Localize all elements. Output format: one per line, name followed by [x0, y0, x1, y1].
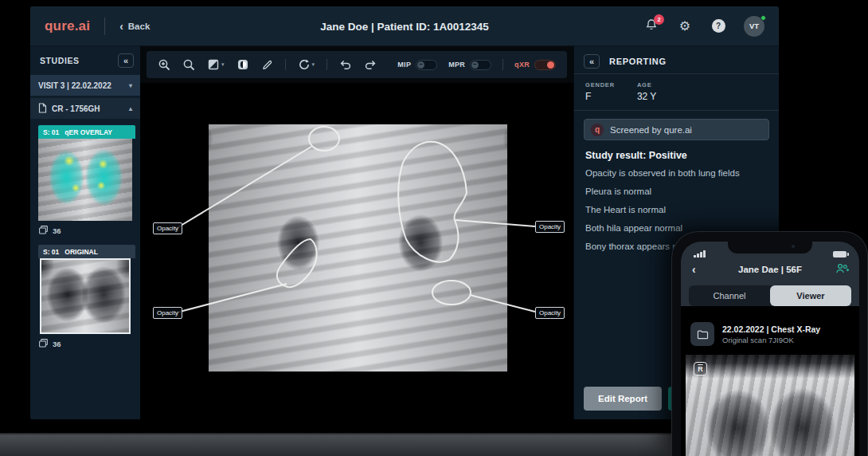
folder-icon	[690, 322, 714, 346]
chevron-left-icon: ‹	[119, 21, 123, 32]
qxr-toggle[interactable]	[534, 60, 556, 70]
main-area: STUDIES « VISIT 3 | 22.02.2022 ▾ CR - 17…	[30, 46, 779, 419]
viewer-toolbar: ▾ ▾	[147, 51, 567, 78]
stack-icon	[38, 225, 49, 237]
collapse-reporting-button[interactable]: «	[584, 54, 600, 69]
online-status-dot	[760, 15, 766, 21]
thumbnail-original[interactable]: S: 01 ORIGINAL 36	[38, 245, 135, 350]
screened-by-pill: q Screened by qure.ai	[584, 119, 769, 140]
search-icon	[182, 58, 195, 71]
windowing-button[interactable]: ▾	[207, 58, 225, 71]
battery-icon	[833, 251, 846, 257]
qer-overlay-image[interactable]	[38, 139, 132, 221]
series-label: CR - 1756GH	[52, 104, 100, 113]
series-row[interactable]: CR - 1756GH ▴	[30, 98, 140, 119]
study-result: Study result: Positive	[574, 140, 779, 161]
thumbnail-label: ORIGINAL	[65, 248, 98, 256]
settings-button[interactable]: ⚙	[677, 18, 693, 34]
laptop-screen: qure.ai ‹ Back Jane Doe | Patient ID: 1A…	[30, 6, 779, 419]
thumbnail-qer-overlay[interactable]: S: 01 qER OVERLAY 36	[38, 125, 135, 237]
notification-badge: 2	[654, 14, 664, 25]
gender-value: F	[585, 91, 615, 102]
phone-xray-image[interactable]: R	[686, 355, 854, 456]
toolbar-divider	[326, 59, 327, 70]
signal-strength-icon	[694, 250, 706, 257]
undo-icon	[339, 59, 352, 70]
opacity-annotation-label[interactable]: Opacity	[535, 221, 565, 233]
annotate-button[interactable]	[261, 59, 273, 71]
mpr-toggle[interactable]: −	[470, 60, 491, 70]
reporting-title: REPORTING	[609, 57, 667, 66]
chest-xray-image[interactable]	[209, 124, 507, 371]
series-tag: S: 01	[43, 128, 59, 136]
collapse-sidebar-button[interactable]: «	[118, 53, 134, 68]
camera-dot	[792, 245, 795, 248]
opacity-annotation-label[interactable]: Opacity	[153, 307, 182, 319]
patient-title: Jane Doe | Patient ID: 1A0012345	[320, 20, 489, 32]
chevron-down-icon: ▾	[129, 82, 132, 89]
phone-content: 22.02.2022 | Chest X-Ray Original scan 7…	[681, 314, 859, 456]
rotate-button[interactable]: ▾	[298, 58, 315, 71]
notifications-button[interactable]: 2	[643, 18, 659, 34]
undo-button[interactable]	[339, 59, 352, 70]
stack-icon	[38, 338, 49, 350]
edit-report-button[interactable]: Edit Report	[584, 387, 662, 411]
scan-item-text: 22.02.2022 | Chest X-Ray Original scan 7…	[722, 324, 820, 344]
phone-back-button[interactable]: ‹	[692, 264, 696, 275]
phone-share-button[interactable]	[835, 262, 850, 277]
back-label: Back	[128, 22, 151, 31]
thumbnail-list: S: 01 qER OVERLAY 36 S:	[30, 119, 140, 358]
age-field: AGE 32 Y	[637, 81, 656, 102]
studies-sidebar: STUDIES « VISIT 3 | 22.02.2022 ▾ CR - 17…	[30, 46, 140, 419]
redo-icon	[364, 59, 377, 70]
scan-list-item[interactable]: 22.02.2022 | Chest X-Ray Original scan 7…	[681, 314, 859, 353]
search-button[interactable]	[182, 58, 195, 71]
tab-channel[interactable]: Channel	[689, 285, 770, 306]
back-button[interactable]: ‹ Back	[119, 21, 150, 32]
xray-canvas[interactable]: Opacity Opacity Opacity Opacity	[140, 83, 573, 419]
invert-icon	[237, 58, 249, 71]
thumbnail-footer: 36	[38, 225, 135, 237]
mpr-toggle-group: MPR −	[448, 60, 491, 70]
zoom-in-button[interactable]	[158, 58, 170, 71]
mip-label: MIP	[397, 61, 411, 69]
top-bar: qure.ai ‹ Back Jane Doe | Patient ID: 1A…	[30, 6, 779, 46]
opacity-annotation-label[interactable]: Opacity	[535, 307, 565, 319]
phone-mockup: ‹ Jane Dae | 56F Channel Viewer	[671, 231, 868, 456]
original-image[interactable]	[40, 258, 131, 334]
visit-row[interactable]: VISIT 3 | 22.02.2022 ▾	[30, 75, 140, 96]
age-value: 32 Y	[637, 91, 656, 102]
user-avatar[interactable]: VT	[744, 16, 764, 37]
image-viewer: ▾ ▾	[140, 46, 573, 419]
mip-toggle-group: MIP −	[397, 60, 437, 70]
thumbnail-header: S: 01 qER OVERLAY	[38, 125, 135, 139]
age-label: AGE	[637, 81, 656, 88]
orientation-marker: R	[694, 362, 707, 375]
toggle-knob	[547, 61, 554, 69]
help-button[interactable]: ?	[710, 18, 726, 34]
qure-q-icon: q	[591, 124, 604, 136]
toolbar-divider	[285, 59, 286, 70]
toolbar-toggles: MIP − MPR − qXR	[397, 59, 556, 70]
mip-toggle[interactable]: −	[416, 60, 437, 70]
visit-label: VISIT 3 | 22.02.2022	[38, 81, 111, 90]
pencil-icon	[261, 59, 273, 71]
toolbar-divider	[502, 59, 503, 70]
series-tag: S: 01	[43, 248, 59, 256]
phone-notch	[728, 242, 812, 254]
chevron-down-icon: ▾	[312, 61, 315, 68]
phone-title-row: ‹ Jane Dae | 56F	[681, 259, 859, 280]
person-add-icon	[835, 262, 850, 277]
gear-icon: ⚙	[679, 20, 690, 33]
mpr-label: MPR	[448, 61, 465, 69]
gender-label: GENDER	[585, 81, 615, 88]
finding-item: Opacity is observed in both lung fields	[585, 167, 768, 179]
thumbnail-label: qER OVERLAY	[65, 128, 112, 136]
redo-button[interactable]	[364, 59, 377, 70]
opacity-annotation-label[interactable]: Opacity	[153, 222, 182, 234]
tab-viewer[interactable]: Viewer	[770, 285, 851, 306]
scan-item-title: 22.02.2022 | Chest X-Ray	[722, 324, 820, 334]
help-icon: ?	[712, 19, 725, 33]
finding-item: The Heart is normal	[585, 204, 768, 216]
invert-button[interactable]	[237, 58, 249, 71]
